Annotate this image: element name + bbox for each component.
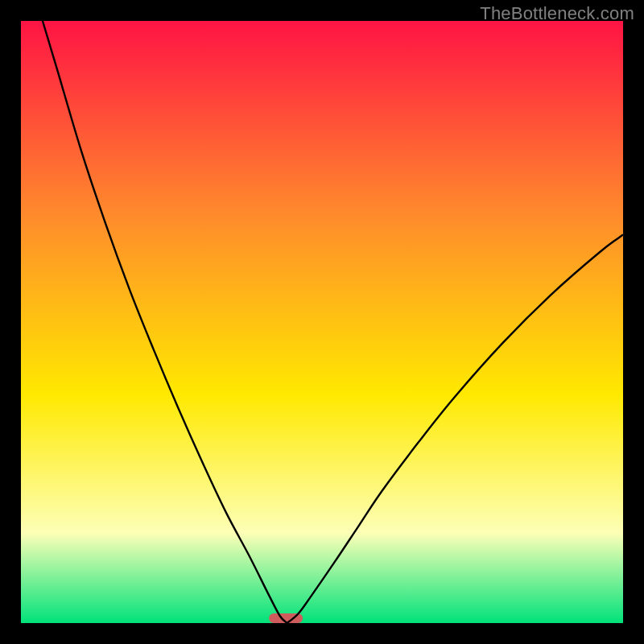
chart-svg: [21, 21, 623, 623]
plot-area: [21, 21, 623, 623]
chart-frame: TheBottleneck.com: [0, 0, 644, 644]
gradient-background: [21, 21, 623, 623]
